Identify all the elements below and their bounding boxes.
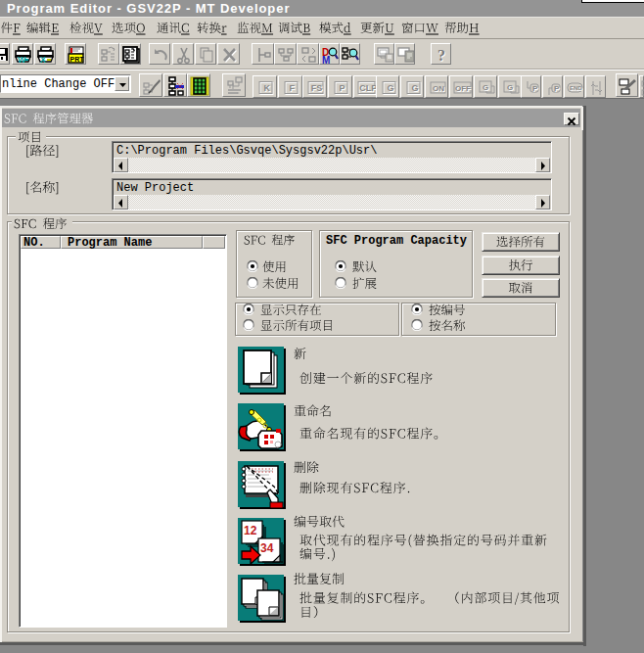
svg-text:X: X bbox=[40, 55, 46, 65]
svg-text:12: 12 bbox=[244, 524, 257, 537]
svg-text:OFF: OFF bbox=[455, 84, 471, 93]
svg-text:M: M bbox=[322, 55, 330, 65]
svg-text:P: P bbox=[339, 83, 345, 93]
svg-text:?: ? bbox=[437, 47, 445, 64]
svg-text:P: P bbox=[532, 84, 538, 93]
svg-text:G: G bbox=[387, 83, 393, 93]
svg-text:CLP: CLP bbox=[359, 83, 377, 93]
svg-text:P: P bbox=[554, 84, 560, 93]
svg-text:G: G bbox=[483, 83, 488, 92]
svg-text:K: K bbox=[263, 83, 270, 93]
svg-text:34: 34 bbox=[260, 541, 274, 555]
svg-text:G: G bbox=[411, 83, 418, 93]
svg-text:F: F bbox=[289, 83, 295, 93]
svg-text:ON: ON bbox=[433, 84, 444, 93]
svg-text:END: END bbox=[570, 85, 582, 91]
svg-text:PRT: PRT bbox=[70, 56, 85, 63]
svg-text:G: G bbox=[507, 83, 513, 92]
svg-text:FS: FS bbox=[311, 83, 323, 93]
